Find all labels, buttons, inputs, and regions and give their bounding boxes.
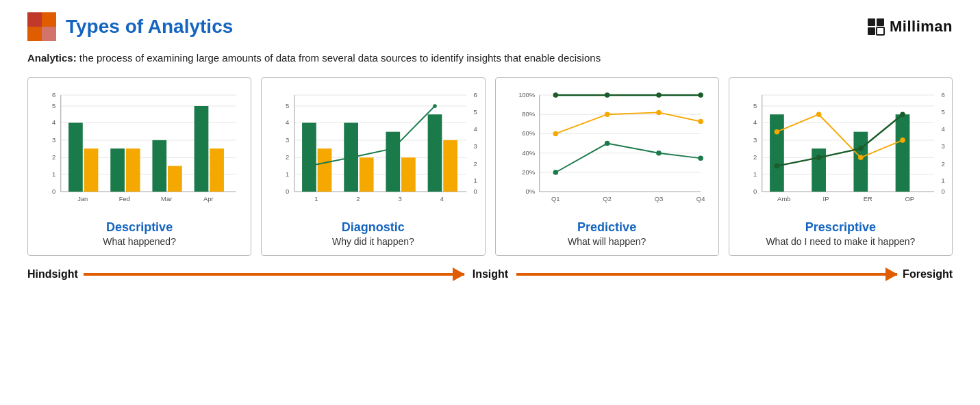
svg-rect-3 bbox=[27, 27, 42, 41]
card-sub-prescriptive: What do I need to make it happen? bbox=[738, 236, 944, 247]
svg-text:2: 2 bbox=[474, 159, 477, 167]
svg-point-91 bbox=[604, 112, 610, 117]
svg-text:1: 1 bbox=[753, 170, 757, 177]
svg-text:1: 1 bbox=[52, 170, 55, 177]
arrow-insight-label: Insight bbox=[464, 268, 516, 280]
card-sub-predictive: What will happen? bbox=[504, 236, 710, 247]
page-container: Types of Analytics Milliman Analytics: t… bbox=[0, 0, 980, 405]
arrow-row: Hindsight Insight Foresight bbox=[27, 268, 953, 280]
svg-text:5: 5 bbox=[52, 101, 55, 109]
svg-text:6: 6 bbox=[941, 90, 944, 98]
svg-text:Mar: Mar bbox=[161, 195, 172, 202]
svg-text:3: 3 bbox=[941, 142, 944, 150]
svg-point-87 bbox=[604, 92, 610, 98]
subtitle: Analytics: the process of examining larg… bbox=[27, 51, 953, 66]
svg-text:0%: 0% bbox=[525, 187, 535, 195]
svg-text:3: 3 bbox=[52, 135, 55, 143]
svg-rect-31 bbox=[210, 148, 224, 192]
svg-point-97 bbox=[698, 155, 703, 161]
svg-text:6: 6 bbox=[52, 90, 55, 98]
card-label-predictive: Predictive What will happen? bbox=[504, 220, 710, 247]
chart-descriptive: 0 1 2 3 4 5 6 bbox=[36, 85, 242, 215]
chart-prescriptive: 6 5 4 3 2 1 0 bbox=[738, 85, 944, 215]
svg-point-89 bbox=[698, 92, 703, 98]
svg-rect-62 bbox=[401, 157, 416, 192]
svg-text:0: 0 bbox=[52, 187, 55, 195]
svg-rect-7 bbox=[868, 27, 875, 35]
svg-text:3: 3 bbox=[286, 135, 289, 143]
svg-rect-27 bbox=[126, 148, 140, 192]
svg-text:3: 3 bbox=[399, 195, 402, 202]
svg-point-131 bbox=[774, 163, 779, 168]
svg-rect-28 bbox=[152, 140, 166, 191]
page-title: Types of Analytics bbox=[66, 16, 233, 38]
svg-text:100%: 100% bbox=[518, 90, 536, 98]
svg-text:Q3: Q3 bbox=[654, 195, 663, 202]
svg-rect-4 bbox=[42, 27, 56, 41]
svg-text:Apr: Apr bbox=[203, 195, 214, 202]
svg-text:60%: 60% bbox=[522, 129, 535, 137]
subtitle-bold: Analytics: bbox=[27, 52, 77, 64]
svg-text:2: 2 bbox=[941, 159, 944, 167]
card-diagnostic: 6 5 4 3 2 1 0 bbox=[261, 77, 485, 256]
svg-text:1: 1 bbox=[286, 170, 289, 177]
card-label-descriptive: Descriptive What happened? bbox=[36, 220, 242, 247]
card-prescriptive: 6 5 4 3 2 1 0 bbox=[729, 77, 953, 256]
svg-rect-1 bbox=[27, 12, 42, 27]
card-title-diagnostic: Diagnostic bbox=[270, 220, 476, 235]
svg-point-129 bbox=[858, 155, 864, 160]
svg-point-92 bbox=[656, 109, 662, 115]
card-title-predictive: Predictive bbox=[504, 220, 710, 235]
svg-point-134 bbox=[900, 112, 905, 117]
svg-text:5: 5 bbox=[286, 101, 289, 109]
card-label-diagnostic: Diagnostic Why did it happen? bbox=[270, 220, 476, 247]
arrow-line-left bbox=[84, 273, 464, 276]
milliman-text: Milliman bbox=[890, 18, 953, 36]
svg-point-127 bbox=[774, 129, 779, 134]
svg-text:4: 4 bbox=[941, 125, 944, 132]
svg-point-67 bbox=[391, 146, 395, 151]
svg-text:4: 4 bbox=[753, 118, 757, 126]
svg-text:IP: IP bbox=[822, 195, 829, 202]
svg-rect-63 bbox=[428, 114, 442, 192]
svg-rect-61 bbox=[386, 131, 401, 192]
arrow-line-right bbox=[516, 273, 897, 276]
svg-point-130 bbox=[900, 138, 905, 143]
svg-point-128 bbox=[816, 112, 822, 117]
svg-rect-60 bbox=[360, 157, 374, 192]
svg-text:Jan: Jan bbox=[77, 195, 88, 202]
svg-point-66 bbox=[349, 155, 353, 159]
svg-text:Fed: Fed bbox=[119, 195, 130, 202]
svg-point-93 bbox=[698, 118, 703, 124]
cards-row: 0 1 2 3 4 5 6 bbox=[27, 77, 953, 256]
svg-rect-24 bbox=[68, 122, 83, 192]
svg-text:1: 1 bbox=[474, 177, 477, 184]
svg-text:4: 4 bbox=[52, 118, 55, 126]
svg-rect-8 bbox=[877, 27, 884, 35]
svg-rect-123 bbox=[770, 114, 784, 192]
svg-point-88 bbox=[656, 92, 662, 98]
milliman-brand-icon bbox=[866, 17, 885, 36]
svg-text:4: 4 bbox=[474, 125, 477, 132]
svg-rect-5 bbox=[868, 18, 875, 26]
svg-point-132 bbox=[816, 155, 822, 160]
svg-rect-2 bbox=[42, 12, 56, 27]
svg-point-96 bbox=[656, 150, 662, 155]
svg-text:40%: 40% bbox=[522, 148, 535, 156]
svg-text:1: 1 bbox=[314, 195, 318, 202]
card-sub-descriptive: What happened? bbox=[36, 236, 242, 247]
svg-text:2: 2 bbox=[52, 153, 55, 161]
svg-text:ER: ER bbox=[863, 195, 872, 202]
svg-text:Q4: Q4 bbox=[696, 195, 705, 202]
svg-rect-26 bbox=[110, 148, 125, 192]
subtitle-text: the process of examining large amounts o… bbox=[77, 52, 601, 64]
svg-text:2: 2 bbox=[286, 153, 289, 161]
arrow-hindsight-label: Hindsight bbox=[27, 268, 78, 280]
header-left: Types of Analytics bbox=[27, 12, 233, 41]
svg-rect-29 bbox=[168, 166, 182, 192]
svg-text:5: 5 bbox=[753, 101, 757, 109]
svg-point-65 bbox=[307, 164, 312, 168]
svg-text:Q1: Q1 bbox=[551, 195, 560, 202]
chart-predictive: 0% 20% 40% 60% 80% 100% bbox=[504, 85, 710, 215]
card-descriptive: 0 1 2 3 4 5 6 bbox=[27, 77, 251, 256]
